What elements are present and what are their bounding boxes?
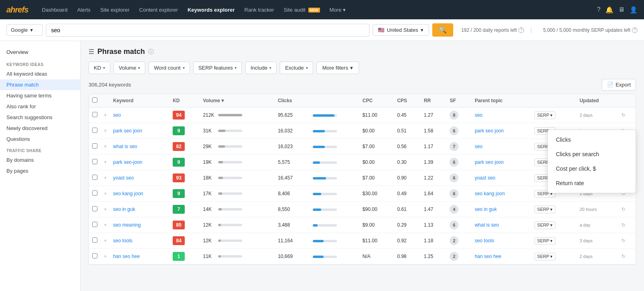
row-serp-btn[interactable]: SERP ▾ (531, 202, 576, 217)
row-parent-topic[interactable]: park seo joon (471, 123, 531, 139)
search-button[interactable]: 🔍 (432, 23, 453, 37)
row-checkbox[interactable] (89, 170, 101, 186)
row-parent-topic[interactable]: what is seo (471, 217, 531, 233)
row-parent-topic[interactable]: seo in guk (471, 202, 531, 217)
row-checkbox[interactable] (89, 202, 101, 217)
filter-include[interactable]: Include ▾ (245, 62, 277, 74)
row-add[interactable]: + (101, 107, 110, 123)
country-select[interactable]: 🇺🇸 United States ▾ (373, 24, 429, 36)
nav-keywords-explorer[interactable]: Keywords explorer (184, 4, 239, 15)
th-updated[interactable]: Updated (576, 94, 619, 107)
row-add[interactable]: + (101, 155, 110, 170)
row-parent-topic[interactable]: seo (471, 107, 531, 123)
th-sf[interactable]: SF (446, 94, 471, 107)
sidebar-by-pages[interactable]: By pages (0, 165, 80, 176)
row-parent-topic[interactable]: han seo hee (471, 249, 531, 264)
row-keyword[interactable]: yoast seo (110, 170, 169, 186)
row-parent-topic[interactable]: park seo joon (471, 155, 531, 170)
more-filters-button[interactable]: More filters ▾ (316, 62, 359, 74)
row-add[interactable]: + (101, 249, 110, 264)
filter-word-count[interactable]: Word count ▾ (149, 62, 190, 74)
row-keyword[interactable]: what is seo (110, 139, 169, 155)
row-add[interactable]: + (101, 139, 110, 155)
bell-icon[interactable]: 🔔 (605, 6, 613, 14)
row-parent-topic[interactable]: seo (471, 139, 531, 155)
filter-exclude[interactable]: Exclude ▾ (280, 62, 313, 74)
export-button[interactable]: 📄 Export (602, 79, 636, 91)
row-checkbox[interactable] (89, 186, 101, 202)
row-refresh[interactable]: ↻ (618, 233, 636, 249)
row-add[interactable]: + (101, 217, 110, 233)
nav-content-explorer[interactable]: Content explorer (135, 4, 182, 15)
engine-select[interactable]: Google ▾ (6, 24, 43, 36)
sidebar-search-suggestions[interactable]: Search suggestions (0, 112, 80, 123)
th-volume[interactable]: Volume ▾ (200, 94, 275, 107)
row-parent-topic[interactable]: yoast seo (471, 170, 531, 186)
filter-serp-features[interactable]: SERP features ▾ (193, 62, 242, 74)
row-serp-btn[interactable]: SERP ▾ (531, 107, 576, 123)
th-cps[interactable]: CPS (394, 94, 421, 107)
row-serp-btn[interactable]: SERP ▾ (531, 217, 576, 233)
row-checkbox[interactable] (89, 107, 101, 123)
th-kd[interactable]: KD (169, 94, 200, 107)
sidebar-overview[interactable]: Overview (0, 46, 80, 58)
row-keyword[interactable]: seo (110, 107, 169, 123)
row-checkbox[interactable] (89, 249, 101, 264)
row-add[interactable]: + (101, 186, 110, 202)
row-checkbox[interactable] (89, 139, 101, 155)
user-icon[interactable]: 👤 (630, 6, 638, 14)
select-all-checkbox[interactable] (92, 97, 97, 103)
row-add[interactable]: + (101, 202, 110, 217)
row-keyword[interactable]: seo in guk (110, 202, 169, 217)
row-keyword[interactable]: seo kang joon (110, 186, 169, 202)
nav-site-explorer[interactable]: Site explorer (96, 4, 134, 15)
row-checkbox[interactable] (89, 155, 101, 170)
dropdown-return-rate[interactable]: Return rate (548, 176, 636, 190)
row-add[interactable]: + (101, 233, 110, 249)
row-parent-topic[interactable]: seo tools (471, 233, 531, 249)
row-add[interactable]: + (101, 170, 110, 186)
row-keyword[interactable]: han seo hee (110, 249, 169, 264)
row-keyword[interactable]: park seo-joon (110, 155, 169, 170)
logo[interactable]: ahrefs (6, 5, 28, 14)
row-add[interactable]: + (101, 123, 110, 139)
monitor-icon[interactable]: 🖥 (618, 6, 625, 13)
filter-kd[interactable]: KD ▾ (89, 62, 110, 74)
row-refresh[interactable]: ↻ (618, 217, 636, 233)
sidebar-having-same-terms[interactable]: Having same terms (0, 90, 80, 101)
nav-rank-tracker[interactable]: Rank tracker (240, 4, 278, 15)
nav-dashboard[interactable]: Dashboard (38, 4, 72, 15)
help-icon[interactable]: ? (597, 6, 601, 13)
sidebar-also-rank-for[interactable]: Also rank for (0, 101, 80, 112)
sidebar-questions[interactable]: Questions (0, 134, 80, 144)
page-help-icon[interactable]: ⓘ (148, 48, 154, 56)
hamburger-icon[interactable]: ☰ (89, 48, 94, 56)
th-clicks[interactable]: Clicks (275, 94, 359, 107)
row-checkbox[interactable] (89, 233, 101, 249)
row-serp-btn[interactable]: SERP ▾ (531, 233, 576, 249)
row-keyword[interactable]: seo tools (110, 233, 169, 249)
dropdown-cost-per-click[interactable]: Cost per click, $ (548, 161, 636, 176)
row-refresh[interactable]: ↻ (618, 249, 636, 264)
row-keyword[interactable]: seo meaning (110, 217, 169, 233)
row-parent-topic[interactable]: seo kang joon (471, 186, 531, 202)
nav-alerts[interactable]: Alerts (73, 4, 95, 15)
sidebar-by-domains[interactable]: By domains (0, 155, 80, 165)
th-rr[interactable]: RR (421, 94, 446, 107)
nav-more[interactable]: More ▾ (326, 4, 350, 15)
row-refresh[interactable]: ↻ (618, 202, 636, 217)
row-serp-btn[interactable]: SERP ▾ (531, 249, 576, 264)
dropdown-clicks[interactable]: Clicks (548, 132, 636, 147)
row-keyword[interactable]: park seo joon (110, 123, 169, 139)
sidebar-newly-discovered[interactable]: Newly discovered (0, 123, 80, 134)
row-refresh[interactable]: ↻ (618, 107, 636, 123)
filter-volume[interactable]: Volume ▾ (114, 62, 145, 74)
th-parent-topic[interactable]: Parent topic (471, 94, 531, 107)
th-cpc[interactable]: CPC (359, 94, 394, 107)
row-checkbox[interactable] (89, 217, 101, 233)
nav-site-audit[interactable]: Site audit NEW (280, 4, 324, 15)
search-input[interactable] (46, 24, 369, 37)
dropdown-clicks-per-search[interactable]: Clicks per search (548, 147, 636, 161)
sidebar-all-keyword-ideas[interactable]: All keyword ideas (0, 68, 80, 79)
th-keyword[interactable]: Keyword (110, 94, 169, 107)
